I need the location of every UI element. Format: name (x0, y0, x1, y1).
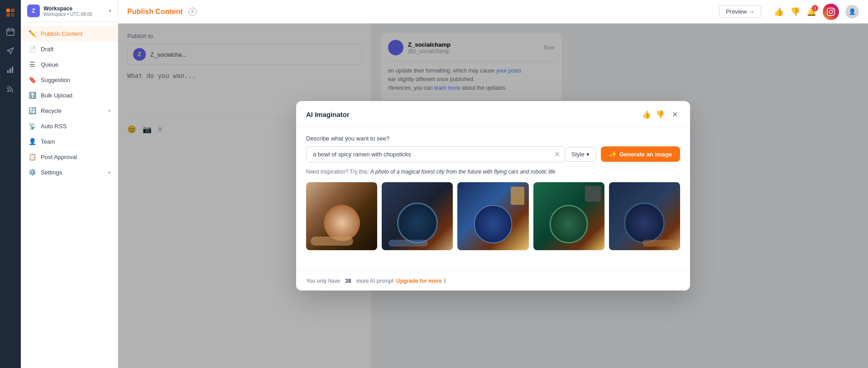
modal-close-button[interactable]: ✕ (669, 109, 680, 120)
generated-image-4[interactable] (533, 182, 604, 253)
footer-mid: more AI prompt (356, 278, 393, 284)
sidebar-item-label-team: Team (41, 138, 110, 145)
settings-chevron: ▾ (108, 170, 110, 175)
settings-icon: ⚙️ (28, 169, 36, 176)
workspace-chevron: ▾ (109, 8, 111, 14)
suggestion-icon: 🔖 (28, 76, 36, 83)
generate-button[interactable]: ✨ Generate an image (601, 146, 680, 162)
svg-rect-8 (7, 70, 9, 73)
nav-icon-rss[interactable] (2, 81, 19, 97)
svg-rect-2 (6, 13, 10, 17)
sidebar-item-team[interactable]: 👤 Team (21, 134, 118, 149)
sidebar-item-label-suggestion: Suggestion (41, 77, 110, 83)
modal-footer: You only have 38 more AI prompt Upgrade … (296, 271, 690, 291)
workspace-info: Workspace Workspace • UTC-08:00 (43, 5, 105, 17)
modal-body: Describe what you want to see? ✕ Style ▾… (296, 127, 690, 271)
page-area: Publish to Z Z_socialcha... 😊 📷 # Z_soci… (118, 24, 868, 368)
sidebar: Z Workspace Workspace • UTC-08:00 ▾ ✏️ P… (21, 0, 118, 368)
ai-imaginator-modal: AI Imaginator 👍 👎 ✕ Describe what you wa… (296, 101, 690, 291)
sidebar-item-label-recycle: Recycle (41, 107, 104, 114)
svg-rect-1 (11, 9, 14, 12)
svg-rect-0 (6, 9, 10, 12)
modal-header: AI Imaginator 👍 👎 ✕ (296, 101, 690, 127)
svg-rect-4 (7, 29, 14, 35)
top-bar: Publish Content ? Preview → 👍 👎 🔔 1 👤 (118, 0, 868, 24)
modal-overlay: AI Imaginator 👍 👎 ✕ Describe what you wa… (118, 24, 868, 368)
generate-label: Generate an image (619, 151, 672, 158)
modal-header-icons: 👍 👎 ✕ (642, 109, 680, 120)
style-button[interactable]: Style ▾ (565, 147, 596, 162)
sidebar-item-publish-content[interactable]: ✏️ Publish Content (21, 26, 118, 41)
generated-image-2[interactable] (382, 182, 453, 253)
auto-rss-icon: 📡 (28, 122, 36, 130)
generated-image-5[interactable] (609, 182, 680, 253)
inspiration-text: Need inspiration? Try this: A photo of a… (306, 169, 680, 175)
generated-image-1[interactable] (306, 182, 377, 253)
modal-title: AI Imaginator (306, 111, 638, 118)
svg-rect-3 (11, 13, 14, 17)
sidebar-item-settings[interactable]: ⚙️ Settings ▾ (21, 165, 118, 180)
modal-thumbs-down-icon[interactable]: 👎 (656, 110, 665, 119)
sidebar-nav: ✏️ Publish Content 📄 Draft ☰ Queue 🔖 Sug… (21, 22, 118, 368)
nav-icon-logo[interactable] (2, 5, 19, 21)
nav-icon-send[interactable] (2, 43, 19, 59)
preview-button[interactable]: Preview → (719, 5, 761, 18)
clear-input-button[interactable]: ✕ (554, 150, 560, 159)
modal-thumbs-up-icon[interactable]: 👍 (642, 110, 651, 119)
inspiration-highlight: A photo of a magical forest city from th… (370, 169, 555, 175)
sidebar-item-draft[interactable]: 📄 Draft (21, 41, 118, 57)
main-content: Publish Content ? Preview → 👍 👎 🔔 1 👤 Pu… (118, 0, 868, 368)
workspace-name: Workspace (43, 5, 105, 12)
help-icon[interactable]: ? (188, 8, 197, 16)
thumbs-up-icon[interactable]: 👍 (774, 7, 784, 17)
footer-info-icon[interactable]: ℹ (444, 277, 446, 284)
post-approval-icon: 📋 (28, 153, 36, 160)
describe-label: Describe what you want to see? (306, 135, 680, 142)
nav-icon-calendar[interactable] (2, 24, 19, 40)
sidebar-item-label-settings: Settings (41, 169, 104, 176)
sidebar-item-label-publish: Publish Content (41, 30, 110, 37)
style-chevron: ▾ (586, 151, 590, 158)
workspace-sub: Workspace • UTC-08:00 (43, 12, 105, 17)
nav-rail (0, 0, 21, 368)
bulk-upload-icon: ⬆️ (28, 92, 36, 99)
sidebar-item-post-approval[interactable]: 📋 Post Approval (21, 149, 118, 165)
team-icon: 👤 (28, 138, 36, 145)
svg-point-11 (7, 90, 9, 92)
sidebar-item-label-bulk: Bulk Upload (41, 92, 110, 99)
workspace-avatar: Z (27, 5, 40, 17)
describe-input[interactable] (306, 146, 566, 162)
images-grid (306, 182, 680, 253)
modal-input-row: ✕ Style ▾ ✨ Generate an image (306, 146, 680, 162)
sidebar-item-label-rss: Auto RSS (41, 123, 110, 130)
footer-count: 38 (345, 278, 351, 284)
svg-rect-10 (12, 67, 13, 73)
sidebar-item-label-approval: Post Approval (41, 154, 110, 160)
page-title: Publish Content (127, 8, 183, 16)
sidebar-item-suggestion[interactable]: 🔖 Suggestion (21, 72, 118, 87)
sidebar-item-queue[interactable]: ☰ Queue (21, 57, 118, 72)
notification-icon[interactable]: 🔔 1 (806, 7, 816, 17)
inspiration-prefix: Need inspiration? Try this: (306, 169, 369, 175)
recycle-chevron: ▾ (108, 108, 110, 113)
style-label: Style (571, 151, 585, 158)
generate-icon: ✨ (609, 150, 617, 158)
footer-upgrade-link[interactable]: Upgrade for more (396, 278, 442, 284)
instagram-icon[interactable] (823, 4, 839, 20)
publish-icon: ✏️ (28, 30, 36, 37)
thumbs-down-icon[interactable]: 👎 (790, 7, 800, 17)
workspace-header[interactable]: Z Workspace Workspace • UTC-08:00 ▾ (21, 0, 118, 22)
generated-image-3[interactable] (457, 182, 528, 253)
recycle-icon: 🔄 (28, 107, 36, 114)
user-avatar[interactable]: 👤 (845, 5, 859, 19)
sidebar-item-bulk-upload[interactable]: ⬆️ Bulk Upload (21, 87, 118, 103)
sidebar-item-recycle[interactable]: 🔄 Recycle ▾ (21, 103, 118, 118)
sidebar-item-auto-rss[interactable]: 📡 Auto RSS (21, 118, 118, 134)
footer-prefix: You only have (306, 278, 340, 284)
nav-icon-chart[interactable] (2, 62, 19, 78)
sidebar-item-label-queue: Queue (41, 61, 110, 68)
svg-rect-9 (10, 68, 11, 73)
queue-icon: ☰ (28, 61, 36, 68)
draft-icon: 📄 (28, 45, 36, 53)
top-right-icons: 👍 👎 🔔 1 👤 (774, 4, 859, 20)
